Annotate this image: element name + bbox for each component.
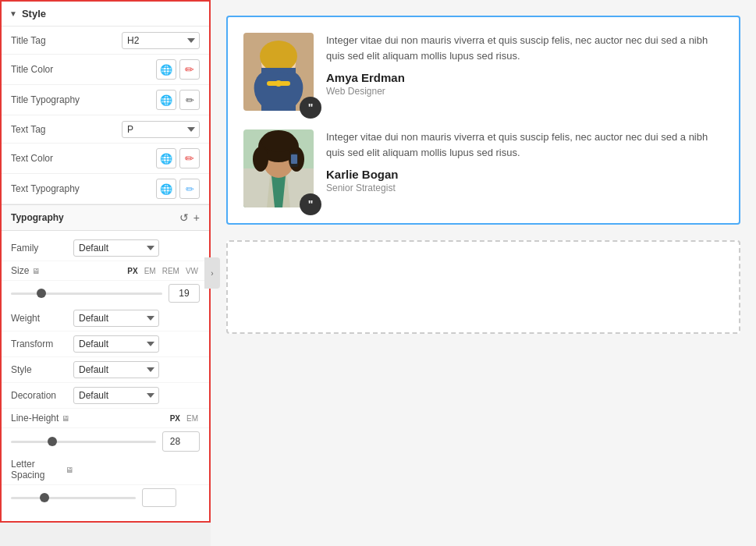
size-slider[interactable] [11,292,162,295]
style-section-header: ▼ Style [2,2,209,27]
letter-spacing-label-group: Letter Spacing 🖥 [11,459,73,480]
decoration-row: Decoration Default Underline Line-throug… [2,383,209,409]
text-typo-global-btn[interactable]: 🌐 [156,179,176,199]
decoration-label: Decoration [11,390,73,401]
text-color-picker-btn[interactable]: ✏ [179,148,200,168]
title-tag-row: Title Tag H2 H1 H3 [2,27,209,55]
section-collapse-arrow[interactable]: ▼ [9,9,17,18]
transform-controls: Default Uppercase Lowercase [73,335,200,353]
weight-row: Weight Default 100 400 700 [2,306,209,332]
svg-point-6 [275,80,282,87]
testimonial-role-1: Web Designer [326,86,723,97]
line-height-unit-em[interactable]: EM [185,413,200,424]
quote-badge-1: " [300,97,321,119]
size-unit-em[interactable]: EM [143,266,158,276]
svg-point-2 [260,41,297,72]
style-section-label: Style [22,8,46,20]
text-tag-row: Text Tag P H1 H2 [2,115,209,144]
style-row: Style Default Italic Normal [2,357,209,383]
typography-subheader: Typography ↺ + [2,204,209,231]
family-label: Family [11,243,73,254]
letter-spacing-monitor-icon: 🖥 [66,466,73,474]
right-content-area: " Integer vitae dui non mauris viverra e… [211,0,756,546]
line-height-input[interactable]: 28 [162,431,200,452]
letter-spacing-input[interactable] [142,488,176,507]
line-height-label: Line-Height [11,413,59,424]
title-tag-label: Title Tag [11,35,122,46]
decoration-controls: Default Underline Line-through [73,387,200,404]
title-tag-select[interactable]: H2 H1 H3 [122,32,200,49]
title-typo-edit-btn[interactable]: ✏ [179,90,200,110]
text-color-row: Text Color 🌐 ✏ [2,144,209,174]
panel-collapse-handle[interactable]: › [204,257,220,289]
family-controls: Default Arial Georgia [73,239,200,257]
testimonial-content-2: Integer vitae dui non mauris viverra et … [326,129,723,193]
line-height-slider[interactable] [11,441,156,443]
line-height-unit-px[interactable]: PX [169,413,182,424]
title-typography-row: Title Typography 🌐 ✏ [2,85,209,115]
line-height-unit-controls: PX EM [73,413,200,424]
testimonial-text-1: Integer vitae dui non mauris viverra et … [326,33,723,63]
letter-spacing-slider-row [2,485,209,510]
testimonial-item: " Integer vitae dui non mauris viverra e… [243,33,723,111]
title-color-controls: 🌐 ✏ [156,59,200,80]
size-monitor-icon: 🖥 [32,267,40,275]
typography-body: Family Default Arial Georgia Size 🖥 [2,231,209,521]
letter-spacing-label: Letter Spacing [11,459,62,480]
transform-select[interactable]: Default Uppercase Lowercase [73,335,159,353]
title-typography-label: Title Typography [11,94,156,105]
title-color-picker-btn[interactable]: ✏ [179,59,200,80]
title-typography-controls: 🌐 ✏ [156,90,200,110]
size-unit-rem[interactable]: REM [161,266,181,276]
size-unit-vw[interactable]: VW [184,266,200,276]
text-typography-controls: 🌐 ✏ [156,179,200,199]
typography-reset-btn[interactable]: ↺ [179,211,189,224]
testimonial-role-2: Senior Strategist [326,183,723,193]
size-slider-row: 19 [2,281,209,306]
text-tag-controls: P H1 H2 [122,121,200,138]
family-row: Family Default Arial Georgia [2,236,209,261]
quote-badge-2: " [300,193,321,215]
typography-header-actions: ↺ + [179,211,200,224]
letter-spacing-row: Letter Spacing 🖥 [2,455,209,485]
style-select[interactable]: Default Italic Normal [73,361,159,378]
title-color-global-btn[interactable]: 🌐 [156,59,176,80]
title-color-row: Title Color 🌐 ✏ [2,55,209,85]
text-typography-row: Text Typography 🌐 ✏ [2,174,209,204]
family-select[interactable]: Default Arial Georgia [73,239,159,257]
svg-point-14 [261,130,296,152]
title-tag-controls: H2 H1 H3 [122,32,200,49]
text-color-controls: 🌐 ✏ [156,148,200,168]
text-typography-label: Text Typography [11,183,156,194]
line-height-label-group: Line-Height 🖥 [11,413,73,424]
svg-rect-16 [291,154,297,164]
placeholder-box [226,240,740,334]
size-slider-container [11,287,162,300]
testimonials-container: " Integer vitae dui non mauris viverra e… [226,16,740,225]
size-unit-px[interactable]: PX [126,266,139,276]
style-controls: Default Italic Normal [73,361,200,378]
title-typo-global-btn[interactable]: 🌐 [156,90,176,110]
line-height-slider-row: 28 [2,428,209,455]
size-input[interactable]: 19 [169,284,200,303]
text-tag-select[interactable]: P H1 H2 [122,121,200,138]
testimonial-item-2: " Integer vitae dui non mauris viverra e… [243,129,723,207]
letter-spacing-slider[interactable] [11,497,136,499]
size-row: Size 🖥 PX EM REM VW [2,261,209,281]
svg-point-12 [253,147,268,172]
decoration-select[interactable]: Default Underline Line-through [73,387,159,404]
text-color-global-btn[interactable]: 🌐 [156,148,176,168]
testimonial-name-2: Karlie Bogan [326,168,723,181]
transform-label: Transform [11,339,73,349]
weight-controls: Default 100 400 700 [73,310,200,327]
text-color-label: Text Color [11,153,156,164]
style-body: Title Tag H2 H1 H3 Title Color 🌐 ✏ [2,27,209,521]
weight-select[interactable]: Default 100 400 700 [73,310,159,327]
size-label: Size [11,265,29,276]
line-height-row: Line-Height 🖥 PX EM [2,409,209,428]
typography-section-label: Typography [11,212,64,223]
testimonial-name-1: Amya Erdman [326,71,723,84]
text-typo-edit-btn[interactable]: ✏ [179,179,200,199]
typography-add-btn[interactable]: + [193,211,200,224]
title-color-label: Title Color [11,64,156,75]
